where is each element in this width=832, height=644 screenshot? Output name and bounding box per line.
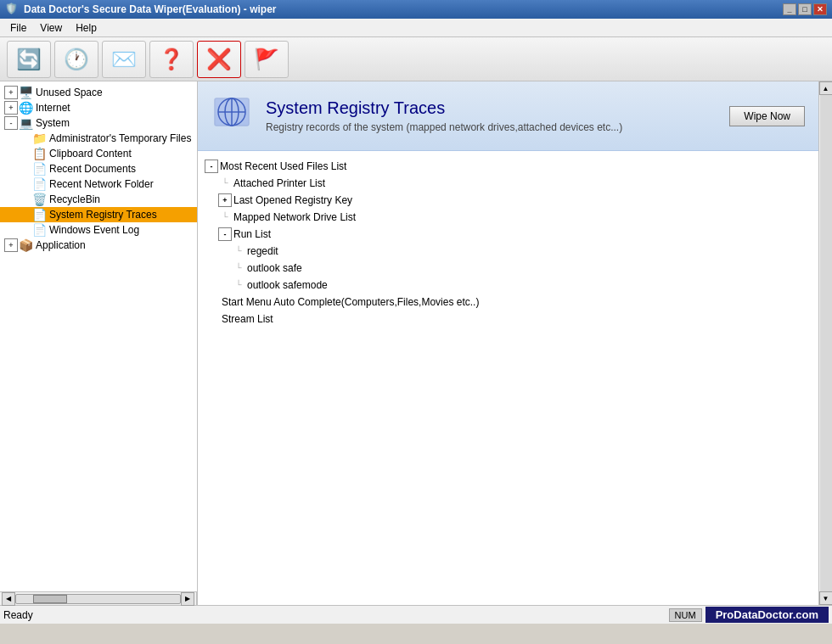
window-controls: _ □ ✕ [783,3,827,15]
sidebar-item-unused-space[interactable]: + 🖥️ Unused Space [0,85,197,100]
ct-item-most-recent[interactable]: - Most Recent Used Files List [205,158,812,175]
ct-label-stream-list: Stream List [222,311,273,327]
internet-icon: 🌐 [19,101,33,115]
scroll-right-arrow[interactable]: ▶ [181,592,194,606]
menu-help[interactable]: Help [69,20,104,36]
clock-icon: 🕐 [64,49,89,70]
ct-item-start-menu[interactable]: Start Menu Auto Complete(Computers,Files… [205,294,812,311]
expander-unused-space[interactable]: + [4,86,18,99]
help-button[interactable]: ❓ [149,41,194,78]
recent-docs-label: Recent Documents [49,163,136,175]
scrollbar-thumb[interactable] [33,595,67,603]
ct-label-run-list: Run List [233,227,271,242]
sidebar-scrollbar[interactable]: ◀ ▶ [0,591,197,605]
ct-label-start-menu: Start Menu Auto Complete(Computers,Files… [222,294,479,310]
flag-icon: 🚩 [254,49,279,70]
recyclebin-icon: 🗑️ [32,193,47,206]
ct-item-mapped-drive[interactable]: └ Mapped Network Drive List [218,209,812,226]
mail-icon: ✉️ [111,49,137,70]
sidebar-item-recent-docs[interactable]: 📄 Recent Documents [0,161,197,176]
minimize-button[interactable]: _ [783,3,796,15]
registry-icon: 📄 [32,208,47,221]
menu-view[interactable]: View [33,20,69,36]
wipe-now-button[interactable]: Wipe Now [729,106,805,126]
menu-bar: File View Help [0,19,832,37]
stop-button[interactable]: ❌ [197,41,241,78]
scroll-up-arrow[interactable]: ▲ [819,81,833,95]
clipboard-icon: 📋 [32,147,47,160]
ct-expander-most-recent[interactable]: - [205,160,218,173]
event-log-icon: 📄 [32,223,47,237]
expander-internet[interactable]: + [4,101,18,115]
ct-label-outlook-safe: outlook safe [247,260,302,276]
history-button[interactable]: 🕐 [54,41,98,78]
sidebar-item-clipboard[interactable]: 📋 Clipboard Content [0,146,197,161]
home-icon: 🔄 [16,49,42,70]
ct-item-outlook-safemode[interactable]: └ outlook safemode [232,277,812,294]
home-button[interactable]: 🔄 [7,41,51,78]
event-log-label: Windows Event Log [49,224,139,236]
sidebar-item-event-log[interactable]: 📄 Windows Event Log [0,222,197,238]
application-label: Application [36,239,86,251]
ct-label-most-recent: Most Recent Used Files List [220,159,346,174]
ct-label-regedit: regedit [247,244,278,259]
exit-button[interactable]: 🚩 [245,41,289,78]
v-scroll-track[interactable] [820,95,832,591]
sidebar-item-recyclebin[interactable]: 🗑️ RecycleBin [0,192,197,207]
ct-label-mapped-drive: Mapped Network Drive List [233,210,356,225]
content-tree: - Most Recent Used Files List └ Attached… [198,151,818,605]
ct-label-outlook-safemode: outlook safemode [247,277,328,293]
ct-expander-run-list[interactable]: - [218,227,232,241]
application-icon: 📦 [19,238,33,252]
content-header-text: System Registry Traces Registry records … [266,98,716,133]
recent-docs-icon: 📄 [32,162,47,176]
scroll-down-arrow[interactable]: ▼ [819,591,833,605]
recent-network-label: Recent Network Folder [49,178,154,190]
ct-label-printer: Attached Printer List [233,176,325,191]
status-right: NUM ProDataDoctor.com [669,607,829,623]
sidebar-item-internet[interactable]: + 🌐 Internet [0,100,197,115]
ct-item-outlook-safe[interactable]: └ outlook safe [232,260,812,277]
ct-expander-registry-key[interactable]: + [218,193,232,207]
ct-line3: └ [232,244,245,259]
sidebar: + 🖥️ Unused Space + 🌐 Internet - 💻 Syste… [0,81,198,591]
num-badge: NUM [669,608,702,622]
unused-space-icon: 🖥️ [19,86,33,99]
unused-space-label: Unused Space [36,87,103,98]
system-icon: 💻 [19,116,33,130]
sidebar-item-recent-network[interactable]: 📄 Recent Network Folder [0,176,197,192]
sidebar-item-temp-files[interactable]: 📁 Administrator's Temporary Files [0,131,197,146]
maximize-button[interactable]: □ [798,3,812,15]
sidebar-item-registry-traces[interactable]: 📄 System Registry Traces [0,207,197,222]
temp-files-label: Administrator's Temporary Files [49,132,191,144]
recyclebin-label: RecycleBin [49,193,100,205]
expander-empty6 [18,208,31,221]
registry-globe-icon [211,92,252,132]
sidebar-item-system[interactable]: - 💻 System [0,115,197,131]
content-title: System Registry Traces [266,98,716,118]
email-button[interactable]: ✉️ [102,41,146,78]
temp-files-icon: 📁 [32,132,47,145]
expander-empty2 [18,147,31,160]
menu-file[interactable]: File [3,20,33,36]
scrollbar-track[interactable] [15,594,181,604]
ct-item-printer[interactable]: └ Attached Printer List [218,175,812,192]
ct-item-registry-key[interactable]: + Last Opened Registry Key [218,192,812,209]
registry-label: System Registry Traces [49,209,157,221]
ct-line4: └ [232,260,245,276]
content-description: Registry records of the system (mapped n… [266,121,716,133]
sidebar-item-application[interactable]: + 📦 Application [0,238,197,253]
scroll-left-arrow[interactable]: ◀ [2,592,15,606]
expander-system[interactable]: - [4,116,18,130]
content-header-icon [211,92,252,140]
expander-empty4 [18,177,31,191]
ct-item-regedit[interactable]: └ regedit [232,243,812,260]
ct-item-run-list[interactable]: - Run List [218,226,812,243]
ct-line2: └ [218,210,232,225]
vertical-scrollbar[interactable]: ▲ ▼ [818,81,832,605]
close-button[interactable]: ✕ [813,3,827,15]
content-header: System Registry Traces Registry records … [198,81,818,151]
ct-line1: └ [218,176,232,191]
ct-item-stream-list[interactable]: Stream List [205,311,812,328]
expander-application[interactable]: + [4,238,18,252]
